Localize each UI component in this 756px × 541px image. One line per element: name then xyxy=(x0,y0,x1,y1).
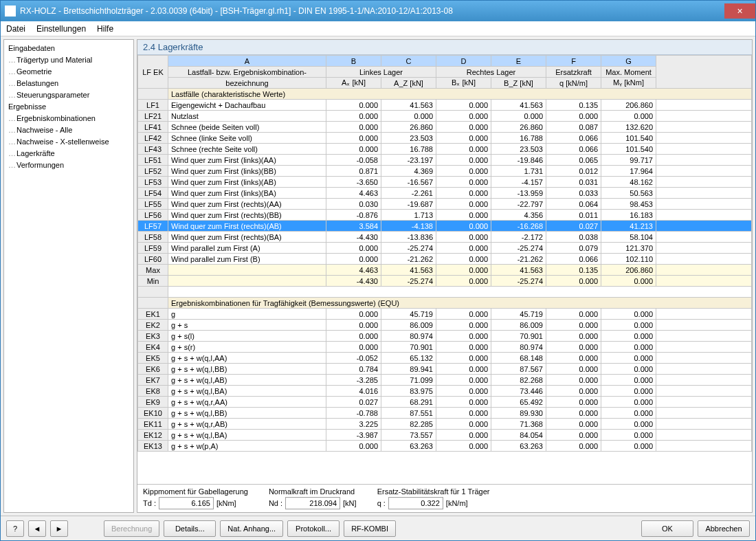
row-id[interactable]: LF43 xyxy=(138,144,168,155)
results-grid[interactable]: LF EK A B C D E F G Lastfall- bzw. Ergeb… xyxy=(137,55,752,452)
row-name[interactable]: g + s xyxy=(168,320,326,331)
cell[interactable]: 0.000 xyxy=(436,232,491,243)
row-id[interactable]: EK11 xyxy=(138,419,168,430)
cell[interactable]: -21.262 xyxy=(381,254,436,265)
table-row[interactable]: LF43Schnee (rechte Seite voll)0.00016.78… xyxy=(138,144,752,155)
cell[interactable]: 0.000 xyxy=(546,441,601,452)
cell[interactable]: 89.941 xyxy=(381,364,436,375)
cell[interactable]: 0.000 xyxy=(601,375,656,386)
cell[interactable]: -21.262 xyxy=(491,254,546,265)
cell[interactable]: 0.000 xyxy=(436,199,491,210)
row-name[interactable]: g + s + w(q,l,AA) xyxy=(168,353,326,364)
cell[interactable]: 0.000 xyxy=(436,177,491,188)
nav-item-combos[interactable]: Ergebniskombinationen xyxy=(5,113,132,124)
cell[interactable]: 0.000 xyxy=(546,353,601,364)
cell[interactable]: 0.030 xyxy=(326,199,381,210)
cell[interactable]: 68.291 xyxy=(381,397,436,408)
cell[interactable]: -19.846 xyxy=(491,155,546,166)
cell[interactable]: 0.000 xyxy=(436,342,491,353)
cell[interactable]: 71.368 xyxy=(491,419,546,430)
cell[interactable]: 0.000 xyxy=(326,133,381,144)
cell[interactable]: -2.172 xyxy=(491,232,546,243)
cell[interactable]: 41.563 xyxy=(381,265,436,276)
cell[interactable]: 86.009 xyxy=(491,320,546,331)
table-row[interactable]: LF60Wind parallel zum First (B)0.000-21.… xyxy=(138,254,752,265)
cell[interactable]: 0.000 xyxy=(601,430,656,441)
cell[interactable]: -0.058 xyxy=(326,155,381,166)
cell[interactable]: 0.000 xyxy=(436,188,491,199)
cell[interactable]: 41.563 xyxy=(491,100,546,111)
table-row[interactable]: LF56Wind quer zum First (rechts)(BB)-0.8… xyxy=(138,210,752,221)
close-icon[interactable]: × xyxy=(724,3,755,19)
nav-item-deform[interactable]: Verformungen xyxy=(5,159,132,171)
cell[interactable]: -0.052 xyxy=(326,353,381,364)
row-id[interactable]: LF52 xyxy=(138,166,168,177)
row-name[interactable]: Wind parallel zum First (B) xyxy=(168,254,326,265)
cell[interactable]: 0.000 xyxy=(436,100,491,111)
cell[interactable]: 50.563 xyxy=(601,188,656,199)
cell[interactable]: 0.000 xyxy=(546,397,601,408)
cell[interactable]: 0.000 xyxy=(436,430,491,441)
row-name[interactable]: g + s(r) xyxy=(168,342,326,353)
row-name[interactable]: Wind quer zum First (rechts)(BA) xyxy=(168,232,326,243)
cell[interactable]: 0.000 xyxy=(436,353,491,364)
table-row[interactable]: LF21Nutzlast0.0000.0000.0000.0000.0000.0… xyxy=(138,111,752,122)
cell[interactable]: 0.000 xyxy=(491,111,546,122)
cell[interactable]: 87.567 xyxy=(491,364,546,375)
prev-icon[interactable]: ◄ xyxy=(28,520,46,537)
cell[interactable]: 4.016 xyxy=(326,386,381,397)
cell[interactable]: 4.369 xyxy=(381,166,436,177)
col-letter-a[interactable]: A xyxy=(168,56,326,67)
cell[interactable]: 17.964 xyxy=(601,166,656,177)
cell[interactable]: 3.584 xyxy=(326,221,381,232)
cell[interactable]: 0.038 xyxy=(546,232,601,243)
cell[interactable]: 65.492 xyxy=(491,397,546,408)
cell[interactable]: 0.000 xyxy=(601,397,656,408)
cell[interactable]: 99.717 xyxy=(601,155,656,166)
table-row[interactable]: LF54Wind quer zum First (links)(BA)4.463… xyxy=(138,188,752,199)
cell[interactable]: 41.563 xyxy=(381,100,436,111)
row-id[interactable]: LF58 xyxy=(138,232,168,243)
cell[interactable]: 4.463 xyxy=(326,265,381,276)
row-id[interactable]: Max xyxy=(138,265,168,276)
cell[interactable]: 0.012 xyxy=(546,166,601,177)
cell[interactable]: 0.135 xyxy=(546,100,601,111)
table-row[interactable]: LF57Wind quer zum First (rechts)(AB)3.58… xyxy=(138,221,752,232)
cell[interactable]: 0.000 xyxy=(601,111,656,122)
table-row[interactable]: LF41Schnee (beide Seiten voll)0.00026.86… xyxy=(138,122,752,133)
cell[interactable]: -16.567 xyxy=(381,177,436,188)
cell[interactable]: 63.263 xyxy=(491,441,546,452)
cell[interactable]: 0.000 xyxy=(546,386,601,397)
cell[interactable]: 0.000 xyxy=(436,111,491,122)
cell[interactable]: -4.430 xyxy=(326,276,381,287)
protokoll-button[interactable]: Protokoll... xyxy=(287,520,340,537)
cell[interactable]: 71.099 xyxy=(381,375,436,386)
cell[interactable]: 101.540 xyxy=(601,144,656,155)
cell[interactable]: -4.157 xyxy=(491,177,546,188)
row-id[interactable]: EK5 xyxy=(138,353,168,364)
cell[interactable]: 0.000 xyxy=(601,342,656,353)
cell[interactable]: 0.000 xyxy=(546,331,601,342)
cell[interactable]: 23.503 xyxy=(491,144,546,155)
cell[interactable]: -3.987 xyxy=(326,430,381,441)
cell[interactable]: 0.871 xyxy=(326,166,381,177)
row-id[interactable]: LF59 xyxy=(138,243,168,254)
cell[interactable]: 0.000 xyxy=(601,309,656,320)
table-row[interactable]: LF51Wind quer zum First (links)(AA)-0.05… xyxy=(138,155,752,166)
table-row[interactable]: EK5g + s + w(q,l,AA)-0.05265.1320.00068.… xyxy=(138,353,752,364)
cell[interactable]: 41.563 xyxy=(491,265,546,276)
cell[interactable]: 68.148 xyxy=(491,353,546,364)
cell[interactable]: 48.162 xyxy=(601,177,656,188)
cancel-button[interactable]: Abbrechen xyxy=(698,520,750,537)
row-name[interactable]: Wind quer zum First (links)(BA) xyxy=(168,188,326,199)
cell[interactable]: 206.860 xyxy=(601,265,656,276)
cell[interactable]: -2.261 xyxy=(381,188,436,199)
cell[interactable]: 0.000 xyxy=(546,276,601,287)
nav-tree[interactable]: Eingabedaten Trägertyp und Material Geom… xyxy=(3,39,134,513)
cell[interactable]: 0.000 xyxy=(326,254,381,265)
cell[interactable]: 0.000 xyxy=(326,111,381,122)
cell[interactable]: 0.087 xyxy=(546,122,601,133)
cell[interactable]: 0.000 xyxy=(326,342,381,353)
cell[interactable]: 0.064 xyxy=(546,199,601,210)
rfkombi-button[interactable]: RF-KOMBI xyxy=(344,520,396,537)
